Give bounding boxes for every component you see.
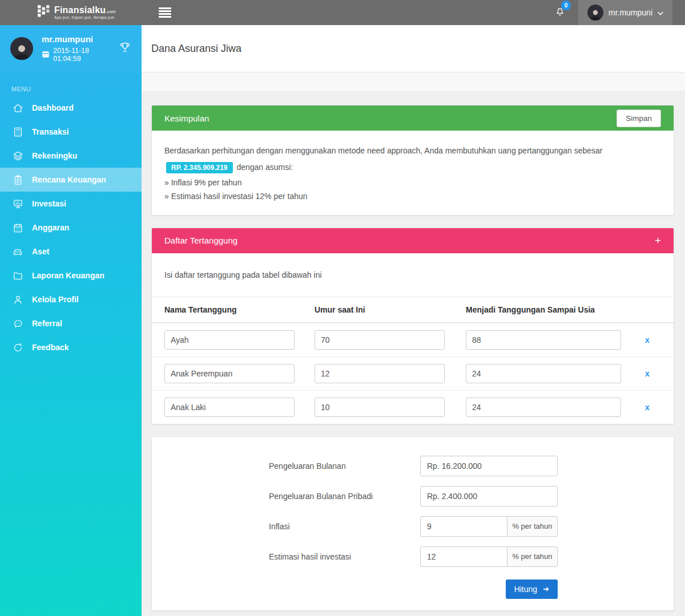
kesimpulan-body: Berdasarkan perhitungan dengan menggunak… [152, 131, 674, 215]
notifications-badge: 0 [561, 1, 571, 10]
assumption-inflasi: » Inflasi 9% per tahun [164, 177, 661, 188]
sidebar-toggle-icon[interactable] [159, 7, 171, 18]
estimasi-investasi-input[interactable] [420, 546, 507, 567]
nama-input[interactable] [164, 398, 295, 417]
calendar-icon [42, 50, 50, 60]
nama-input[interactable] [164, 364, 295, 383]
chart-board-icon [11, 198, 24, 209]
delete-row-button[interactable]: x [645, 335, 650, 345]
add-row-button[interactable]: + [655, 235, 661, 246]
nama-input[interactable] [164, 330, 295, 350]
sidebar-item-label: Referral [32, 319, 62, 328]
sidebar-item-kelola-profil[interactable]: Kelola Profil [0, 287, 142, 311]
kesimpulan-title: Kesimpulan [164, 114, 209, 123]
sampai-usia-input[interactable] [466, 364, 621, 383]
sidebar-item-investasi[interactable]: Investasi [0, 192, 142, 216]
sidebar-item-anggaran[interactable]: Anggaran [0, 216, 142, 240]
calculation-form-panel: Pengeluaran Bulanan Pengeluaran Bulanan … [151, 436, 674, 611]
form-row-pengeluaran-pribadi: Pengeluaran Bulanan Pribadi [152, 486, 674, 506]
inflasi-input[interactable] [420, 516, 507, 537]
bell-icon [554, 10, 566, 19]
arrow-right-icon: ➜ [543, 585, 549, 593]
delete-row-button[interactable]: x [645, 403, 650, 412]
sidebar: mr.mumpuni 2015-11-18 01:04:59 MENU Dash… [0, 25, 142, 616]
page-title: Dana Asuransi Jiwa [151, 43, 241, 55]
simpan-button[interactable]: Simpan [616, 110, 661, 127]
sidebar-item-referral[interactable]: Referral [0, 311, 142, 335]
calendar-grid-icon [11, 222, 24, 233]
sidebar-item-label: Aset [32, 247, 49, 256]
kesimpulan-panel: Kesimpulan Simpan Berdasarkan perhitunga… [151, 105, 674, 216]
kesimpulan-header: Kesimpulan Simpan [152, 106, 674, 131]
sidebar-item-label: Kelola Profil [32, 295, 79, 304]
kesimpulan-text-after: dengan asumsi: [236, 163, 293, 172]
home-icon [11, 103, 24, 114]
column-header-nama: Nama Tertanggung [164, 305, 315, 314]
form-row-estimasi: Estimasi hasil investasi % per tahun [152, 546, 674, 567]
column-header-umur: Umur saat Ini [315, 305, 466, 314]
folder-icon [11, 270, 24, 281]
layers-icon [11, 151, 24, 161]
chevron-down-icon [658, 7, 663, 18]
profile-datetime: 2015-11-18 01:04:59 [53, 47, 116, 63]
user-menu[interactable]: mr.mumpuni [578, 0, 672, 25]
form-row-inflasi: Inflasi % per tahun [152, 516, 674, 537]
tertanggung-instruction: Isi daftar tertanggung pada tabel dibawa… [152, 253, 674, 297]
brand-logo[interactable]: Finansialku.com Apa pun, Kapan pun, Bera… [0, 0, 142, 25]
profile-name: mr.mumpuni [42, 34, 116, 44]
table-row: x [152, 357, 674, 391]
sidebar-item-label: Feedback [32, 343, 69, 352]
umur-input[interactable] [315, 364, 445, 383]
clipboard-icon [11, 175, 24, 185]
sidebar-item-label: Rekeningku [32, 151, 77, 160]
trophy-icon[interactable] [119, 40, 131, 56]
hitung-button[interactable]: Hitung ➜ [506, 579, 558, 599]
sidebar-item-laporan-keuangan[interactable]: Laporan Keuangan [0, 264, 142, 287]
table-row: x [152, 323, 674, 357]
sampai-usia-input[interactable] [466, 330, 621, 350]
sidebar-item-aset[interactable]: Aset [0, 240, 142, 264]
sampai-usia-input[interactable] [466, 398, 621, 417]
percent-addon: % per tahun [507, 546, 558, 567]
user-name: mr.mumpuni [609, 8, 652, 17]
avatar[interactable] [10, 37, 33, 60]
refresh-icon [11, 342, 24, 353]
sidebar-item-label: Anggaran [32, 223, 69, 232]
avatar [587, 5, 603, 21]
user-icon [11, 294, 24, 305]
sidebar-item-feedback[interactable]: Feedback [0, 335, 142, 359]
sidebar-item-transaksi[interactable]: Transaksi [0, 120, 142, 144]
pengeluaran-pribadi-input[interactable] [420, 486, 558, 506]
calculator-icon [11, 127, 24, 137]
percent-addon: % per tahun [507, 516, 558, 537]
pengeluaran-bulanan-input[interactable] [420, 456, 558, 476]
chat-icon [11, 318, 24, 329]
logo-grid-icon [38, 5, 50, 20]
brand-name: Finansialku [54, 5, 106, 15]
hitung-label: Hitung [514, 585, 537, 594]
tertanggung-title: Daftar Tertanggung [164, 236, 237, 245]
delete-row-button[interactable]: x [645, 369, 650, 378]
umur-input[interactable] [315, 398, 445, 417]
brand-text: Finansialku.com Apa pun, Kapan pun, Bera… [54, 6, 116, 20]
field-label: Estimasi hasil investasi [269, 552, 420, 561]
sidebar-item-label: Rencana Keuangan [32, 175, 106, 184]
sidebar-item-dashboard[interactable]: Dashboard [0, 96, 142, 120]
notifications-button[interactable]: 0 [554, 5, 566, 20]
sidebar-item-rencana-keuangan[interactable]: Rencana Keuangan [0, 168, 142, 192]
sidebar-item-rekeningku[interactable]: Rekeningku [0, 144, 142, 168]
tertanggung-header: Daftar Tertanggung + [152, 228, 674, 253]
breadcrumb-strip [142, 72, 685, 92]
sidebar-item-label: Dashboard [32, 103, 74, 112]
coverage-amount-badge: RP. 2.345.909.219 [166, 162, 233, 173]
sidebar-item-label: Transaksi [32, 127, 69, 136]
umur-input[interactable] [315, 330, 445, 350]
tertanggung-panel: Daftar Tertanggung + Isi daftar tertangg… [151, 228, 674, 424]
sidebar-item-label: Investasi [32, 199, 66, 208]
main-content: Dana Asuransi Jiwa Kesimpulan Simpan Ber… [142, 0, 685, 616]
kesimpulan-text: Berdasarkan perhitungan dengan menggunak… [164, 146, 602, 155]
brand-tld: .com [106, 9, 115, 14]
brand-tagline: Apa pun, Kapan pun, Berapa pun [54, 16, 116, 20]
form-row-pengeluaran-bulanan: Pengeluaran Bulanan [152, 456, 674, 476]
top-navbar: Finansialku.com Apa pun, Kapan pun, Bera… [0, 0, 685, 25]
